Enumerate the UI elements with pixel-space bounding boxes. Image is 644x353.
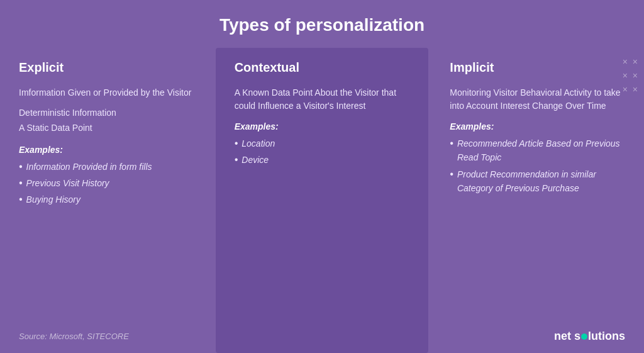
main-container: Types of personalization Explicit Imform… [0,0,644,353]
x-row-1: × × [623,57,638,67]
bullet-icon: • [450,137,453,150]
brand-dot-icon [581,333,587,340]
bullet-icon: • [19,160,23,174]
source-text: Source: Microsoft, SITECORE [19,332,129,341]
implicit-column: Implicit Monitoring Visitor Behavioral A… [431,48,644,353]
implicit-desc: Monitoring Visitor Behavioral Activity t… [450,86,625,113]
x-mark-icon: × [623,84,628,94]
brand-logo: net s lutions [554,330,625,343]
contextual-example-1: • Location [235,137,410,150]
explicit-desc2: Deterministic Information [19,106,194,121]
brand-text-part1: net s [554,330,580,343]
bullet-icon: • [19,176,23,190]
implicit-example-2: • Product Recommendation in similar Cate… [450,167,625,196]
x-mark-icon: × [633,70,638,81]
x-mark-icon: × [633,57,638,67]
bullet-icon: • [235,137,238,150]
x-marks-decoration: × × × × × × [623,57,638,94]
implicit-example-1: • Recommended Article Based on Previous … [450,137,625,165]
explicit-examples-label: Examples: [19,145,194,155]
explicit-example-3: • Buying Hisory [19,193,194,206]
bullet-icon: • [235,153,238,167]
contextual-header: Contextual [235,60,410,75]
page-title: Types of personalization [219,15,425,35]
explicit-desc3: A Static Data Point [19,121,194,136]
explicit-example-1: • Information Provided in form fills [19,160,194,174]
explicit-column: Explicit Imformation Given or Provided b… [0,48,213,353]
contextual-examples-label: Examples: [235,121,410,132]
columns-wrapper: Explicit Imformation Given or Provided b… [0,48,644,353]
explicit-example-2: • Previous Visit History [19,176,194,190]
explicit-desc1: Imformation Given or Provided by the Vis… [19,86,194,99]
x-mark-icon: × [623,57,628,67]
contextual-column: Contextual A Known Data Point About the … [216,48,429,353]
x-mark-icon: × [623,70,628,81]
brand-text-part2: lutions [588,330,625,343]
bullet-icon: • [19,193,23,206]
bullet-icon: • [450,167,453,181]
x-row-3: × × [623,84,638,94]
contextual-desc: A Known Data Point About the Visitor tha… [235,86,410,113]
implicit-examples-label: Examples: [450,121,625,132]
contextual-example-2: • Device [235,153,410,167]
implicit-header: Implicit [450,60,625,75]
x-row-2: × × [623,70,638,81]
explicit-header: Explicit [19,60,194,75]
x-mark-icon: × [633,84,638,94]
footer: Source: Microsoft, SITECORE net s lution… [19,330,625,343]
